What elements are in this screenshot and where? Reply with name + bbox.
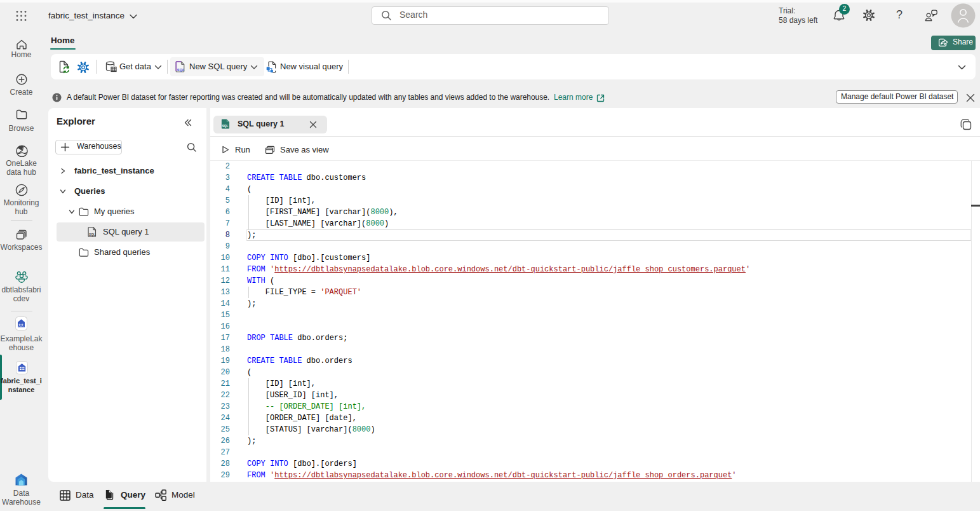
svg-text:SQL: SQL	[222, 125, 229, 128]
svg-text:SQL: SQL	[89, 233, 95, 236]
svg-text:SQL: SQL	[177, 68, 185, 72]
